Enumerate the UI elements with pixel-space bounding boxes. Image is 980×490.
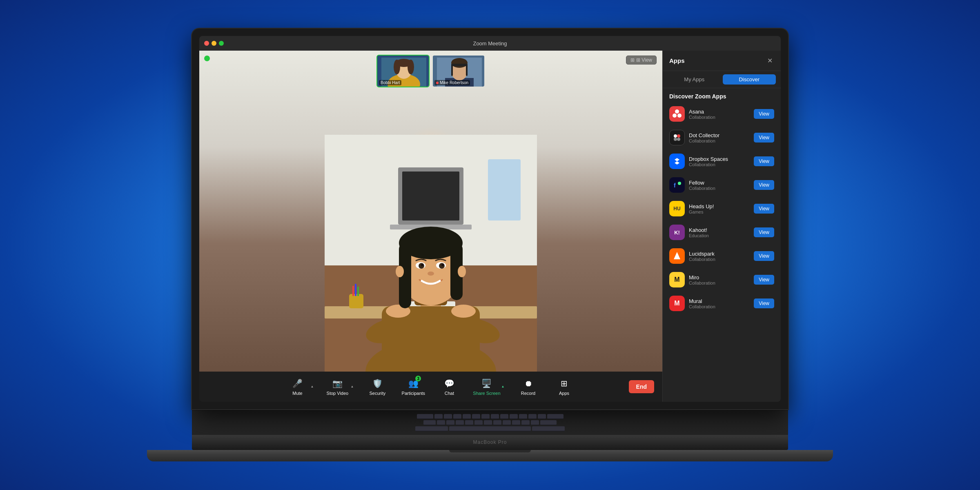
tab-my-apps[interactable]: My Apps [668, 74, 721, 85]
apps-icon: ⊞ [558, 377, 570, 390]
thumbnail-mike[interactable]: Mike Robertson [432, 55, 485, 87]
app-item-dot-collector: Dot Collector Collaboration View [666, 126, 777, 149]
mute-button[interactable]: 🎤 Mute [285, 377, 310, 396]
svg-text:f: f [674, 182, 676, 189]
mute-caret[interactable]: ▲ [310, 385, 314, 388]
lucidspark-view-button[interactable]: View [754, 251, 774, 261]
asana-category: Collaboration [689, 115, 750, 120]
svg-point-35 [451, 305, 476, 318]
security-button[interactable]: 🛡️ Security [365, 377, 390, 396]
app-item-dropbox: Dropbox Spaces Collaboration View [666, 149, 777, 173]
svg-marker-58 [674, 252, 680, 259]
dropbox-icon [669, 154, 685, 169]
maximize-window-button[interactable] [219, 41, 224, 46]
bobbi-name: Bobbi Hart [381, 80, 400, 85]
fellow-icon: f [669, 177, 685, 193]
share-screen-button[interactable]: 🖥️ Share Screen [473, 377, 500, 396]
main-video-person [325, 135, 537, 372]
svg-point-57 [678, 182, 681, 185]
app-item-headsup: HU Heads Up! Games View [666, 197, 777, 220]
view-button[interactable]: ⊞ ⊞ View [626, 56, 657, 65]
security-group: 🛡️ Security [359, 377, 395, 396]
dropbox-name: Dropbox Spaces [689, 156, 750, 162]
fellow-name: Fellow [689, 180, 750, 186]
kahoot-info: Kahoot! Education [689, 227, 750, 238]
headsup-view-button[interactable]: View [754, 204, 774, 214]
svg-point-51 [677, 114, 682, 118]
lucidspark-info: Lucidspark Collaboration [689, 251, 750, 262]
asana-info: Asana Collaboration [689, 109, 750, 120]
key [456, 420, 464, 425]
participants-button[interactable]: 👥 3 Participants [401, 377, 425, 396]
apps-list: Asana Collaboration View Dot Collecto [663, 102, 781, 402]
record-icon: ⏺ [522, 377, 535, 390]
kahoot-category: Education [689, 233, 750, 238]
video-icon: 📷 [331, 377, 343, 390]
svg-point-55 [677, 138, 680, 141]
miro-name: Miro [689, 274, 750, 281]
minimize-window-button[interactable] [212, 41, 216, 46]
end-button[interactable]: End [629, 380, 654, 393]
tab-discover[interactable]: Discover [723, 74, 776, 85]
lucidspark-icon [669, 248, 685, 264]
chat-button[interactable]: 💬 Chat [437, 377, 461, 396]
security-label: Security [369, 391, 385, 396]
laptop-bottom: MacBook Pro [192, 435, 788, 450]
key [531, 420, 539, 425]
status-dot [204, 56, 210, 61]
asana-view-button[interactable]: View [754, 109, 774, 119]
apps-group: ⊞ Apps [546, 377, 582, 396]
app-item-miro: M Miro Collaboration View [666, 268, 777, 292]
key [434, 414, 443, 419]
key [521, 420, 530, 425]
title-bar: Zoom Meeting [199, 36, 781, 51]
key [493, 420, 501, 425]
mural-category: Collaboration [689, 304, 750, 309]
record-group: ⏺ Record [510, 377, 546, 396]
mural-view-button[interactable]: View [754, 298, 774, 308]
participants-count: 3 [415, 376, 421, 381]
key [538, 414, 546, 419]
fellow-info: Fellow Collaboration [689, 180, 750, 191]
record-button[interactable]: ⏺ Record [516, 377, 541, 396]
main-video [199, 51, 662, 372]
svg-point-6 [408, 60, 414, 74]
stop-video-button[interactable]: 📷 Stop Video [325, 377, 350, 396]
mute-label: Mute [292, 391, 302, 396]
key [472, 414, 480, 419]
share-caret[interactable]: ▲ [501, 385, 505, 388]
key [415, 426, 448, 431]
svg-rect-25 [355, 284, 356, 296]
lucidspark-name: Lucidspark [689, 251, 750, 257]
close-window-button[interactable] [204, 41, 209, 46]
headsup-info: Heads Up! Games [689, 203, 750, 214]
headsup-category: Games [689, 209, 750, 214]
key [437, 420, 445, 425]
key [481, 414, 490, 419]
keyboard-area [192, 410, 788, 435]
key [484, 420, 492, 425]
record-label: Record [521, 391, 535, 396]
apps-close-button[interactable]: ✕ [766, 55, 774, 66]
video-caret[interactable]: ▲ [350, 385, 354, 388]
kahoot-view-button[interactable]: View [754, 227, 774, 237]
participants-icon: 👥 3 [407, 377, 419, 390]
dropbox-view-button[interactable]: View [754, 156, 774, 166]
svg-point-41 [458, 266, 466, 277]
key [500, 414, 508, 419]
key [547, 414, 564, 419]
dot-collector-view-button[interactable]: View [754, 133, 774, 143]
apps-panel: Apps ✕ My Apps Discover Discover Zoom Ap… [662, 51, 781, 402]
svg-rect-14 [451, 64, 468, 66]
apps-button[interactable]: ⊞ Apps [552, 377, 577, 396]
fellow-view-button[interactable]: View [754, 180, 774, 190]
kahoot-name: Kahoot! [689, 227, 750, 233]
key [474, 420, 483, 425]
apps-label: Apps [559, 391, 569, 396]
thumbnail-bobbi[interactable]: Bobbi Hart [376, 55, 430, 87]
key [491, 414, 499, 419]
chat-group: 💬 Chat [431, 377, 467, 396]
miro-view-button[interactable]: View [754, 275, 774, 285]
key [444, 414, 452, 419]
svg-point-49 [675, 109, 679, 114]
